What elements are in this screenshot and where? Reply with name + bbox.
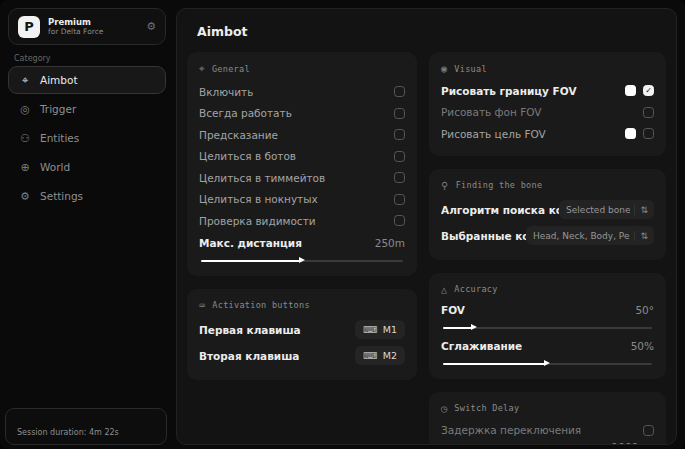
- sidebar-item-entities[interactable]: ⚇ Entities: [8, 124, 166, 152]
- sidebar-item-settings[interactable]: ⚙ Settings: [8, 182, 166, 210]
- visual-card: ◉ Visual Рисовать границу FOV ✓ Р: [429, 52, 666, 156]
- check-icon: ✓: [645, 86, 652, 95]
- fov-value: 50°: [635, 304, 654, 316]
- second-key-button[interactable]: ⌨ M2: [355, 346, 405, 365]
- color-swatch[interactable]: [625, 128, 636, 139]
- accuracy-header: △ Accuracy: [441, 284, 654, 295]
- row-label: Целиться в нокнутых: [199, 193, 318, 205]
- brand-logo: P: [18, 16, 40, 38]
- session-card: Session duration: 4m 22s: [5, 408, 167, 445]
- entities-icon: ⚇: [19, 132, 31, 145]
- selected-bones-label: Выбранные кос: [441, 230, 526, 242]
- key-icon: ⌨: [363, 324, 377, 335]
- sort-icon: ⇅: [634, 205, 654, 215]
- accuracy-header-label: Accuracy: [454, 284, 497, 294]
- left-column: ⌖ General Включить Всегда работать Предс…: [187, 52, 417, 445]
- fov-slider[interactable]: [443, 327, 652, 329]
- checkbox-row: Включить: [199, 81, 405, 103]
- row-controls: [625, 128, 654, 139]
- selected-bones-dropdown[interactable]: Head, Neck, Body, Pe... ⇅: [526, 226, 654, 245]
- visibility-check-checkbox[interactable]: [394, 215, 405, 226]
- row-label: Предсказание: [199, 129, 278, 141]
- switch-delay-header-label: Switch Delay: [454, 403, 519, 413]
- sidebar-nav: ⌖ Aimbot ◎ Trigger ⚇ Entities ⊕ World ⚙ …: [8, 66, 166, 210]
- general-header: ⌖ General: [199, 63, 405, 75]
- keyboard-icon: ⌨: [199, 300, 205, 311]
- row-label: Рисовать границу FOV: [441, 85, 577, 97]
- first-key-label: Первая клавиша: [199, 324, 301, 336]
- sidebar: P Premium for Delta Force ⚙ Category ⌖ A…: [0, 0, 172, 449]
- activation-header: ⌨ Activation buttons: [199, 300, 405, 311]
- first-key-value: M1: [383, 324, 397, 335]
- smoothing-value: 50%: [631, 340, 654, 352]
- switch-delay-icon: ◷: [441, 403, 447, 414]
- bone-algorithm-dropdown[interactable]: Selected bone ⇅: [559, 200, 654, 219]
- row-label: Задержка переключения: [441, 424, 581, 436]
- sort-icon: ⇅: [634, 231, 654, 241]
- smoothing-slider[interactable]: [443, 363, 652, 365]
- world-icon: ⊕: [19, 161, 31, 174]
- visual-header-label: Visual: [454, 64, 487, 74]
- selected-bones-row: Выбранные кос Head, Neck, Body, Pe... ⇅: [441, 223, 654, 249]
- checkbox-row: Целиться в тиммейтов: [199, 167, 405, 189]
- target-teammates-checkbox[interactable]: [394, 172, 405, 183]
- color-swatch[interactable]: [625, 85, 636, 96]
- bone-algorithm-row: Алгоритм поиска кост Selected bone ⇅: [441, 197, 654, 223]
- settings-icon: ⚙: [19, 190, 31, 203]
- accuracy-icon: △: [441, 284, 447, 295]
- bone-header-label: Finding the bone: [456, 180, 543, 190]
- sidebar-item-world[interactable]: ⊕ World: [8, 153, 166, 181]
- sidebar-item-label: Aimbot: [40, 74, 78, 86]
- enable-checkbox[interactable]: [394, 86, 405, 97]
- slider-fill[interactable]: [201, 260, 300, 262]
- bone-icon: ⚲: [441, 180, 449, 191]
- checkbox-row: Целиться в нокнутых: [199, 189, 405, 211]
- switch-delay-header: ◷ Switch Delay: [441, 403, 654, 414]
- target-bots-checkbox[interactable]: [394, 151, 405, 162]
- switch-delay-checkbox[interactable]: [643, 425, 654, 436]
- row-label: Целиться в тиммейтов: [199, 172, 325, 184]
- checkbox-row: Всегда работать: [199, 103, 405, 125]
- slider-fill[interactable]: [443, 363, 545, 365]
- draw-fov-border-checkbox[interactable]: ✓: [643, 85, 654, 96]
- row-label: Рисовать цель FOV: [441, 128, 546, 140]
- draw-fov-background-row: Рисовать фон FOV: [441, 102, 654, 124]
- sidebar-item-trigger[interactable]: ◎ Trigger: [8, 95, 166, 123]
- key-icon: ⌨: [363, 350, 377, 361]
- accuracy-card: △ Accuracy FOV 50° Сглаживание 50%: [429, 273, 666, 379]
- right-column: ◉ Visual Рисовать границу FOV ✓ Р: [429, 52, 666, 445]
- always-work-checkbox[interactable]: [394, 108, 405, 119]
- max-distance-label: Макс. дистанция: [199, 237, 302, 249]
- general-card: ⌖ General Включить Всегда работать Предс…: [187, 52, 417, 276]
- max-distance-row: Макс. дистанция 250m: [199, 234, 405, 253]
- draw-fov-target-row: Рисовать цель FOV: [441, 123, 654, 145]
- activation-card: ⌨ Activation buttons Первая клавиша ⌨ M1…: [187, 289, 417, 380]
- row-label: Проверка видимости: [199, 215, 316, 227]
- category-label: Category: [14, 54, 51, 63]
- checkbox-row: Целиться в ботов: [199, 146, 405, 168]
- brand-text: Premium for Delta Force: [48, 17, 103, 37]
- draw-fov-border-row: Рисовать границу FOV ✓: [441, 80, 654, 102]
- slider-fill[interactable]: [443, 327, 472, 329]
- prediction-checkbox[interactable]: [394, 129, 405, 140]
- target-knocked-checkbox[interactable]: [394, 194, 405, 205]
- smoothing-label: Сглаживание: [441, 340, 522, 352]
- row-label: Целиться в ботов: [199, 150, 296, 162]
- aimbot-icon: ⌖: [19, 74, 31, 87]
- visual-header: ◉ Visual: [441, 63, 654, 74]
- visual-icon: ◉: [441, 63, 447, 74]
- max-distance-slider[interactable]: [201, 260, 403, 262]
- page-title: Aimbot: [197, 24, 666, 39]
- gear-icon[interactable]: ⚙: [146, 20, 156, 33]
- switch-delay-ms-row: Задержка переключения (мс) 1000 ms: [441, 443, 654, 445]
- checkbox-row: Предсказание: [199, 124, 405, 146]
- draw-fov-target-checkbox[interactable]: [643, 128, 654, 139]
- row-label: Всегда работать: [199, 107, 292, 119]
- sidebar-item-label: Entities: [40, 132, 79, 144]
- brand-card: P Premium for Delta Force ⚙: [8, 8, 166, 45]
- content-columns: ⌖ General Включить Всегда работать Предс…: [187, 52, 666, 445]
- sidebar-item-aimbot[interactable]: ⌖ Aimbot: [8, 66, 166, 94]
- draw-fov-background-checkbox[interactable]: [643, 107, 654, 118]
- sidebar-item-label: Trigger: [40, 103, 76, 115]
- first-key-button[interactable]: ⌨ M1: [355, 320, 405, 339]
